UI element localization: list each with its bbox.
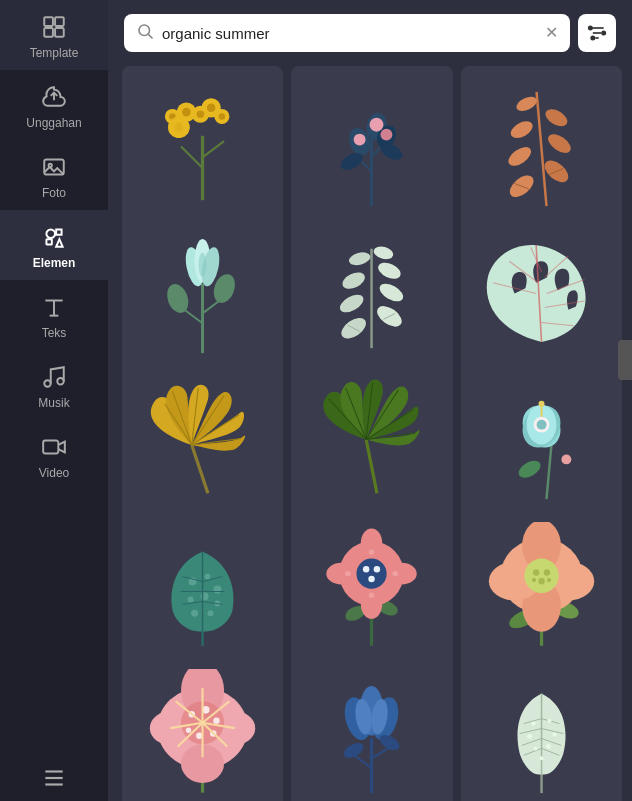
grid-item-green-fern[interactable]	[291, 359, 452, 520]
svg-point-119	[188, 596, 194, 602]
svg-point-158	[538, 578, 544, 584]
sidebar-item-label-video: Video	[39, 466, 69, 480]
svg-point-75	[337, 291, 366, 316]
text-icon	[41, 294, 67, 320]
sidebar-item-label-teks: Teks	[42, 326, 67, 340]
svg-point-155	[524, 558, 558, 592]
sidebar-item-musik[interactable]: Musik	[0, 350, 108, 420]
svg-point-208	[539, 756, 543, 760]
svg-line-53	[536, 92, 546, 206]
svg-point-206	[533, 746, 537, 750]
svg-point-41	[168, 117, 190, 139]
svg-rect-1	[55, 17, 64, 26]
grid-item-yellow-flowers[interactable]	[122, 66, 283, 227]
svg-point-144	[369, 592, 374, 597]
search-bar: ✕	[108, 0, 632, 62]
sidebar: Template Unggahan Foto	[0, 0, 108, 801]
svg-point-59	[542, 106, 570, 130]
search-input[interactable]	[162, 25, 537, 42]
search-icon	[136, 22, 154, 44]
grid-item-peach-flower[interactable]	[461, 506, 622, 667]
lines-icon	[41, 765, 67, 791]
svg-point-205	[552, 732, 556, 736]
search-wrapper: ✕	[124, 14, 570, 52]
sidebar-item-foto[interactable]: Foto	[0, 140, 108, 210]
svg-line-28	[203, 141, 225, 157]
svg-point-49	[370, 118, 384, 132]
svg-point-38	[197, 111, 205, 119]
grid-item-light-blue-flowers[interactable]	[122, 213, 283, 374]
grid-item-blue-tulip[interactable]	[291, 652, 452, 801]
svg-point-137	[327, 563, 357, 585]
elements-icon	[41, 224, 67, 250]
svg-rect-0	[44, 17, 53, 26]
svg-point-143	[369, 549, 374, 554]
grid-item-white-speckled-leaf[interactable]	[461, 652, 622, 801]
grid-item-teal-leaf[interactable]	[122, 506, 283, 667]
grid-item-light-blue-hibiscus[interactable]	[461, 359, 622, 520]
svg-marker-8	[56, 239, 62, 247]
svg-line-27	[181, 147, 203, 169]
svg-rect-2	[44, 28, 53, 37]
svg-point-24	[602, 31, 605, 34]
sidebar-item-template[interactable]: Template	[0, 0, 108, 70]
svg-point-12	[44, 380, 51, 387]
grid-item-pink-bottom-flower[interactable]	[122, 652, 283, 801]
svg-point-57	[545, 131, 574, 157]
svg-point-123	[208, 610, 214, 616]
grid-item-white-leaves[interactable]	[291, 213, 452, 374]
svg-line-91	[192, 445, 208, 493]
grid-item-monstera-leaf[interactable]	[461, 213, 622, 374]
svg-point-113	[561, 455, 571, 465]
filter-button[interactable]	[578, 14, 616, 52]
svg-rect-14	[43, 441, 58, 454]
svg-point-112	[538, 401, 544, 407]
svg-point-56	[505, 143, 534, 169]
svg-line-98	[367, 440, 378, 494]
svg-point-117	[205, 574, 211, 580]
svg-point-50	[381, 129, 393, 141]
video-icon	[41, 434, 67, 460]
svg-point-157	[543, 569, 549, 575]
sidebar-item-unggahan[interactable]: Unggahan	[0, 70, 108, 140]
svg-point-190	[342, 739, 367, 760]
svg-point-13	[57, 378, 64, 385]
sidebar-item-lainnya[interactable]	[0, 751, 108, 801]
sidebar-item-elemen[interactable]: Elemen	[0, 210, 108, 280]
svg-point-37	[182, 108, 191, 117]
scroll-handle[interactable]	[618, 340, 632, 380]
svg-point-80	[373, 244, 395, 261]
svg-point-159	[532, 578, 536, 582]
svg-point-60	[514, 94, 539, 114]
svg-point-110	[536, 420, 546, 430]
svg-point-202	[531, 721, 535, 725]
svg-point-142	[369, 576, 375, 582]
svg-point-146	[393, 571, 398, 576]
sidebar-item-label-musik: Musik	[38, 396, 69, 410]
grid-item-yellow-palm[interactable]	[122, 359, 283, 520]
svg-point-25	[591, 36, 594, 39]
svg-point-118	[214, 585, 222, 593]
svg-line-64	[183, 308, 203, 323]
svg-point-58	[508, 118, 536, 142]
svg-point-39	[207, 104, 216, 113]
svg-point-170	[213, 717, 219, 723]
music-icon	[41, 364, 67, 390]
svg-point-48	[354, 134, 366, 146]
svg-point-203	[547, 718, 551, 722]
svg-rect-3	[55, 28, 64, 37]
sidebar-item-label-elemen: Elemen	[33, 256, 76, 270]
sidebar-item-label-unggahan: Unggahan	[26, 116, 81, 130]
grid-item-pink-round-flower[interactable]	[291, 506, 452, 667]
clear-icon[interactable]: ✕	[545, 25, 558, 41]
svg-rect-7	[46, 239, 51, 244]
sidebar-item-video[interactable]: Video	[0, 420, 108, 490]
grid-item-pink-flowers[interactable]	[291, 66, 452, 227]
svg-point-204	[527, 734, 532, 739]
svg-point-160	[547, 578, 551, 582]
sidebar-item-teks[interactable]: Teks	[0, 280, 108, 350]
grid-item-orange-branch[interactable]	[461, 66, 622, 227]
svg-line-105	[546, 445, 551, 500]
svg-point-79	[348, 250, 372, 267]
svg-point-71	[199, 253, 207, 277]
